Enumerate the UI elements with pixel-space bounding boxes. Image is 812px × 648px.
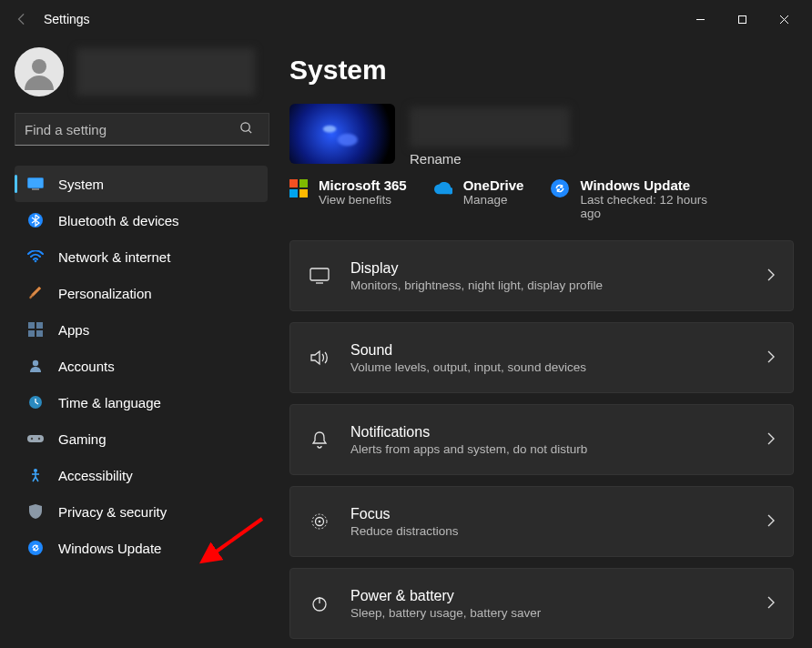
- nav-item-network[interactable]: Network & internet: [15, 238, 268, 275]
- card-sound[interactable]: Sound Volume levels, output, input, soun…: [289, 322, 794, 393]
- svg-point-11: [33, 360, 38, 366]
- chevron-right-icon: [766, 268, 775, 284]
- maximize-button[interactable]: [721, 5, 763, 34]
- card-sub: Alerts from apps and system, do not dist…: [350, 442, 746, 456]
- nav-label: Windows Update: [58, 541, 161, 556]
- nav-list: System Bluetooth & devices Network & int…: [15, 166, 268, 566]
- search-icon: [239, 121, 253, 137]
- tile-title: Windows Update: [580, 177, 724, 193]
- tile-title: OneDrive: [463, 177, 524, 193]
- device-thumbnail[interactable]: [289, 104, 395, 164]
- nav-item-windows-update[interactable]: Windows Update: [15, 530, 268, 566]
- gamepad-icon: [27, 430, 44, 447]
- svg-point-18: [551, 179, 569, 197]
- sidebar: System Bluetooth & devices Network & int…: [0, 38, 282, 648]
- card-sub: Sleep, battery usage, battery saver: [350, 606, 746, 620]
- close-button[interactable]: [763, 5, 805, 34]
- app-title: Settings: [44, 12, 90, 26]
- sound-icon: [309, 349, 330, 366]
- tile-windows-update[interactable]: Windows Update Last checked: 12 hours ag…: [551, 177, 724, 220]
- rename-link[interactable]: Rename: [410, 151, 570, 167]
- tile-sub: Last checked: 12 hours ago: [580, 193, 724, 220]
- system-icon: [27, 176, 44, 192]
- svg-rect-0: [738, 15, 746, 23]
- microsoft-365-icon: [289, 179, 308, 197]
- svg-point-6: [35, 260, 37, 263]
- clock-icon: [27, 394, 44, 410]
- tile-microsoft-365[interactable]: Microsoft 365 View benefits: [289, 177, 407, 220]
- bluetooth-icon: [27, 212, 44, 228]
- settings-cards: Display Monitors, brightness, night ligh…: [289, 240, 794, 639]
- nav-label: Network & internet: [58, 249, 170, 265]
- svg-rect-8: [36, 322, 43, 329]
- avatar: [15, 47, 64, 96]
- card-title: Focus: [350, 506, 746, 522]
- svg-rect-4: [32, 188, 39, 190]
- accessibility-icon: [27, 467, 44, 483]
- power-icon: [309, 594, 330, 613]
- user-name-redacted: [76, 48, 255, 96]
- status-tiles: Microsoft 365 View benefits OneDrive Man…: [289, 177, 794, 220]
- svg-point-17: [28, 541, 43, 555]
- focus-icon: [309, 512, 330, 531]
- main-content: System Rename Microsoft 365 View benefit…: [282, 38, 812, 648]
- card-title: Power & battery: [350, 588, 746, 604]
- minimize-button[interactable]: [679, 5, 721, 34]
- apps-icon: [27, 321, 44, 338]
- nav-item-time-language[interactable]: Time & language: [15, 384, 268, 420]
- card-notifications[interactable]: Notifications Alerts from apps and syste…: [289, 404, 794, 475]
- card-display[interactable]: Display Monitors, brightness, night ligh…: [289, 240, 794, 311]
- windows-update-icon: [551, 179, 569, 197]
- device-row: Rename: [289, 104, 794, 167]
- nav-label: Accounts: [58, 359, 115, 374]
- nav-label: System: [58, 177, 104, 192]
- chevron-right-icon: [766, 350, 775, 366]
- card-focus[interactable]: Focus Reduce distractions: [289, 486, 794, 557]
- svg-point-14: [31, 438, 33, 440]
- nav-label: Bluetooth & devices: [58, 213, 179, 228]
- nav-label: Gaming: [58, 431, 107, 447]
- page-title: System: [289, 55, 794, 86]
- svg-point-15: [38, 438, 40, 440]
- nav-item-accounts[interactable]: Accounts: [15, 348, 268, 384]
- device-name-redacted: [410, 107, 570, 147]
- card-power-battery[interactable]: Power & battery Sleep, battery usage, ba…: [289, 568, 794, 639]
- nav-item-accessibility[interactable]: Accessibility: [15, 457, 268, 493]
- nav-item-bluetooth[interactable]: Bluetooth & devices: [15, 202, 268, 238]
- wifi-icon: [27, 248, 44, 265]
- update-icon: [27, 540, 44, 556]
- svg-point-16: [34, 469, 37, 472]
- svg-rect-9: [28, 330, 35, 337]
- nav-label: Time & language: [58, 395, 161, 410]
- nav-label: Personalization: [58, 286, 152, 301]
- card-sub: Monitors, brightness, night light, displ…: [350, 278, 746, 292]
- chevron-right-icon: [766, 514, 775, 530]
- user-info[interactable]: [15, 47, 268, 96]
- tile-title: Microsoft 365: [319, 177, 407, 193]
- svg-point-1: [32, 59, 46, 74]
- chevron-right-icon: [766, 596, 775, 612]
- back-button[interactable]: [7, 5, 36, 34]
- nav-item-personalization[interactable]: Personalization: [15, 275, 268, 311]
- nav-item-gaming[interactable]: Gaming: [15, 420, 268, 457]
- search-container: [15, 113, 268, 146]
- nav-item-system[interactable]: System: [15, 166, 268, 202]
- nav-label: Apps: [58, 322, 89, 338]
- nav-item-privacy[interactable]: Privacy & security: [15, 493, 268, 530]
- card-title: Sound: [350, 342, 746, 359]
- tile-sub: Manage: [463, 193, 524, 207]
- svg-point-2: [241, 123, 249, 131]
- svg-rect-7: [28, 322, 35, 329]
- card-sub: Volume levels, output, input, sound devi…: [350, 360, 746, 374]
- accounts-icon: [27, 358, 44, 374]
- svg-rect-19: [310, 268, 329, 280]
- search-input[interactable]: [15, 113, 269, 146]
- brush-icon: [27, 285, 44, 301]
- shield-icon: [27, 503, 44, 520]
- nav-item-apps[interactable]: Apps: [15, 311, 268, 348]
- display-icon: [309, 268, 330, 284]
- nav-label: Privacy & security: [58, 504, 167, 520]
- tile-sub: View benefits: [319, 193, 407, 207]
- tile-onedrive[interactable]: OneDrive Manage: [434, 177, 524, 220]
- nav-label: Accessibility: [58, 468, 133, 483]
